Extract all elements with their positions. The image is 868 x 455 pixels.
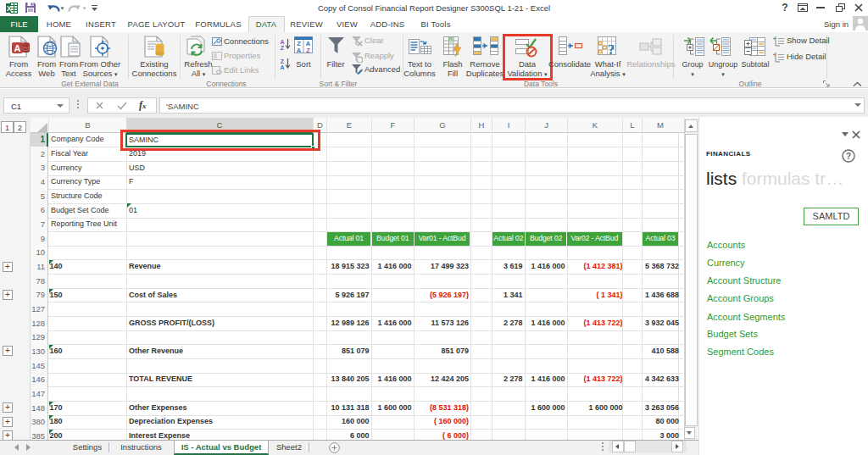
svg-text:A: A [280,64,284,70]
svg-text:Z: Z [281,58,285,64]
svg-text:?: ? [608,42,615,57]
svg-text:Z: Z [281,45,285,51]
svg-text:?: ? [846,152,851,161]
svg-text:A: A [14,43,21,53]
svg-text:A: A [280,39,284,45]
svg-text:X: X [7,4,12,13]
svg-text:Z: Z [306,47,310,54]
svg-text:A: A [297,47,302,54]
